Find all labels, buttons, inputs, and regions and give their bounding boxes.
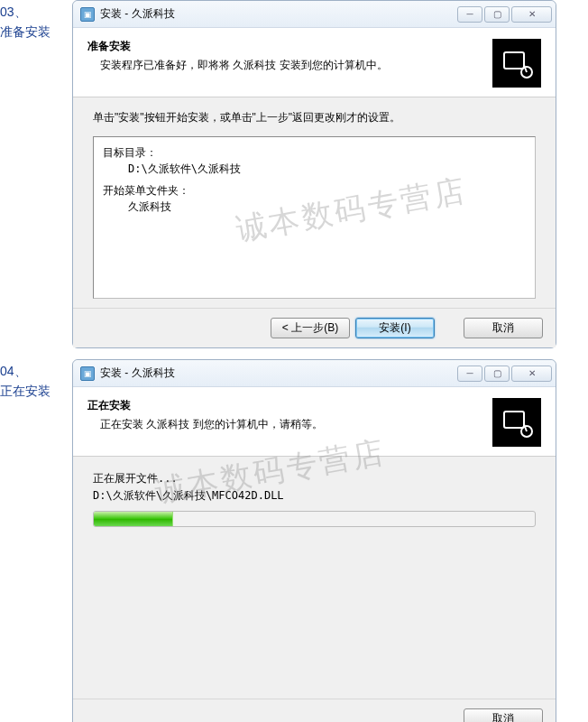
extracting-path: D:\久派软件\久派科技\MFCO42D.DLL [93,488,536,504]
step-label: 03、 准备安装 [0,0,72,348]
header-title: 准备安装 [87,39,483,54]
window-controls: ─ ▢ ✕ [457,6,552,23]
summary-box[interactable]: 目标目录： D:\久派软件\久派科技 开始菜单文件夹： 久派科技 [93,136,536,299]
app-icon: ▣ [80,7,95,22]
step-04: 04、 正在安装 ▣ 安装 - 久派科技 ─ ▢ ✕ 正在安装 正在安装 久派科… [0,359,588,722]
titlebar: ▣ 安装 - 久派科技 ─ ▢ ✕ [73,360,556,387]
progress-bar [93,511,536,527]
header-text: 准备安装 安装程序已准备好，即将将 久派科技 安装到您的计算机中。 [87,39,483,88]
step-label: 04、 正在安装 [0,359,72,722]
header-subtitle: 安装程序已准备好，即将将 久派科技 安装到您的计算机中。 [87,58,483,73]
dest-dir-label: 目标目录： [103,144,526,161]
back-button[interactable]: < 上一步(B) [271,318,350,338]
window-controls: ─ ▢ ✕ [457,366,552,382]
cancel-button[interactable]: 取消 [464,318,543,338]
maximize-button[interactable]: ▢ [484,366,510,382]
minimize-button[interactable]: ─ [457,6,482,23]
step-03: 03、 准备安装 ▣ 安装 - 久派科技 ─ ▢ ✕ 准备安装 安装程序已准备好… [0,0,588,348]
wizard-footer: < 上一步(B) 安装(I) 取消 [73,308,556,347]
window-title: 安装 - 久派科技 [100,6,457,22]
start-menu-name: 久派科技 [103,199,526,215]
window-title: 安装 - 久派科技 [100,366,457,381]
installer-icon [492,398,541,447]
header-subtitle: 正在安装 久派科技 到您的计算机中，请稍等。 [87,417,483,432]
start-menu-label: 开始菜单文件夹： [103,182,526,199]
step-number: 03、 [0,2,72,22]
svg-rect-0 [504,52,524,69]
header-text: 正在安装 正在安装 久派科技 到您的计算机中，请稍等。 [87,398,483,447]
svg-rect-2 [504,412,524,428]
wizard-footer: 取消 [73,699,556,722]
titlebar: ▣ 安装 - 久派科技 ─ ▢ ✕ [73,1,556,28]
minimize-button[interactable]: ─ [457,366,482,382]
close-button[interactable]: ✕ [511,6,552,23]
app-icon: ▣ [80,366,95,381]
instruction-text: 单击"安装"按钮开始安装，或单击"上一步"返回更改刚才的设置。 [93,110,536,125]
maximize-button[interactable]: ▢ [484,6,510,23]
cancel-button[interactable]: 取消 [464,708,543,722]
wizard-content: 正在展开文件... D:\久派软件\久派科技\MFCO42D.DLL [73,457,556,699]
header-title: 正在安装 [87,398,483,413]
wizard-header: 正在安装 正在安装 久派科技 到您的计算机中，请稍等。 [73,387,556,457]
installer-window: ▣ 安装 - 久派科技 ─ ▢ ✕ 准备安装 安装程序已准备好，即将将 久派科技… [72,0,556,348]
close-button[interactable]: ✕ [511,366,552,382]
progress-fill [94,512,173,526]
wizard-header: 准备安装 安装程序已准备好，即将将 久派科技 安装到您的计算机中。 [73,28,556,97]
dest-dir-path: D:\久派软件\久派科技 [103,161,526,177]
install-button[interactable]: 安装(I) [355,318,435,338]
wizard-content: 单击"安装"按钮开始安装，或单击"上一步"返回更改刚才的设置。 目标目录： D:… [73,97,556,308]
step-name: 正在安装 [0,381,72,401]
extracting-label: 正在展开文件... [93,471,536,486]
step-number: 04、 [0,361,72,381]
installer-icon [492,39,541,88]
installer-window: ▣ 安装 - 久派科技 ─ ▢ ✕ 正在安装 正在安装 久派科技 到您的计算机中… [72,359,556,722]
step-name: 准备安装 [0,22,72,42]
